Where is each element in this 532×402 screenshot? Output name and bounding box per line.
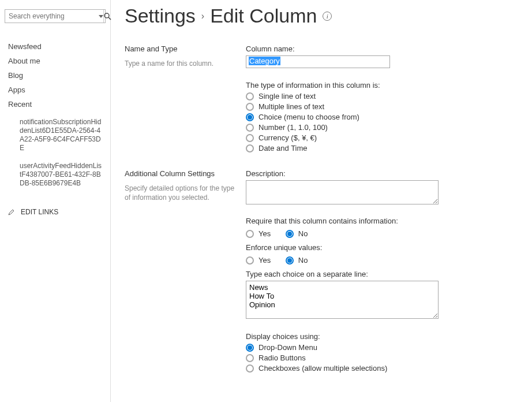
column-type-option[interactable]: Multiple lines of text xyxy=(246,102,511,111)
column-type-option-label: Date and Time xyxy=(258,144,308,152)
display-option[interactable]: Checkboxes (allow multiple selections) xyxy=(246,364,511,373)
radio-icon[interactable] xyxy=(246,124,254,132)
unique-no-radio[interactable] xyxy=(286,256,294,265)
search-icon xyxy=(104,13,111,20)
unique-yes-label: Yes xyxy=(258,256,271,265)
column-name-input[interactable]: Category xyxy=(246,55,390,68)
column-type-option-label: Choice (menu to choose from) xyxy=(258,113,359,121)
pencil-icon xyxy=(8,209,15,215)
unique-yes-radio[interactable] xyxy=(246,256,254,265)
require-radiogroup: Yes No xyxy=(246,228,511,240)
unique-label: Enforce unique values: xyxy=(246,243,511,252)
column-type-option[interactable]: Choice (menu to choose from) xyxy=(246,113,511,121)
nav-newsfeed[interactable]: Newsfeed xyxy=(5,39,106,54)
nav-blog[interactable]: Blog xyxy=(5,68,106,83)
search-scope-dropdown[interactable] xyxy=(99,10,103,23)
info-icon[interactable]: i xyxy=(323,12,332,21)
left-nav: Newsfeed About me Blog Apps Recent notif… xyxy=(0,0,111,402)
column-type-option-label: Single line of text xyxy=(258,92,316,100)
display-option[interactable]: Drop-Down Menu xyxy=(246,343,511,352)
display-option-label: Radio Buttons xyxy=(258,353,306,362)
section-subtext: Type a name for this column. xyxy=(125,59,237,68)
section-additional-settings: Additional Column Settings Specify detai… xyxy=(125,169,532,374)
radio-icon[interactable] xyxy=(246,144,254,152)
main-content: Settings › Edit Column i Name and Type T… xyxy=(111,0,532,402)
require-yes-radio[interactable] xyxy=(246,230,254,238)
search-input[interactable] xyxy=(5,10,99,23)
page-title: Edit Column xyxy=(210,5,317,27)
column-type-option[interactable]: Currency ($, ¥, €) xyxy=(246,133,511,142)
section-subtext: Specify detailed options for the type of… xyxy=(125,184,237,202)
column-name-value: Category xyxy=(249,57,280,65)
column-type-option[interactable]: Date and Time xyxy=(246,144,511,152)
chevron-right-icon: › xyxy=(201,11,204,21)
radio-icon[interactable] xyxy=(246,92,254,100)
radio-icon[interactable] xyxy=(246,134,254,142)
search-button[interactable] xyxy=(103,10,111,23)
column-type-intro: The type of information in this column i… xyxy=(246,81,511,90)
description-textarea[interactable] xyxy=(246,180,439,204)
display-choices-radiogroup: Drop-Down MenuRadio ButtonsCheckboxes (a… xyxy=(246,343,511,373)
nav-recent-item-1[interactable]: userActivityFeedHiddenListF4387007-BE61-… xyxy=(5,159,106,191)
column-type-option-label: Currency ($, ¥, €) xyxy=(258,133,317,142)
description-label: Description: xyxy=(246,169,511,178)
display-option-label: Drop-Down Menu xyxy=(258,343,317,352)
svg-point-0 xyxy=(104,13,109,18)
column-type-option[interactable]: Single line of text xyxy=(246,92,511,100)
require-label: Require that this column contains inform… xyxy=(246,217,511,225)
column-type-option-label: Number (1, 1.0, 100) xyxy=(258,123,328,132)
edit-links-label: EDIT LINKS xyxy=(21,208,58,216)
require-no-radio[interactable] xyxy=(286,230,294,238)
display-option-label: Checkboxes (allow multiple selections) xyxy=(258,364,387,373)
nav-recent-item-0[interactable]: notificationSubscriptionHiddenList6D1E55… xyxy=(5,115,106,155)
unique-no-label: No xyxy=(298,256,308,265)
column-name-label: Column name: xyxy=(246,44,511,53)
require-no-label: No xyxy=(298,229,308,238)
nav-apps[interactable]: Apps xyxy=(5,83,106,97)
radio-icon[interactable] xyxy=(246,364,254,373)
edit-links[interactable]: EDIT LINKS xyxy=(5,208,106,216)
require-yes-label: Yes xyxy=(258,229,271,238)
breadcrumb-root[interactable]: Settings xyxy=(125,5,196,27)
section-name-and-type: Name and Type Type a name for this colum… xyxy=(125,44,532,154)
display-choices-label: Display choices using: xyxy=(246,332,511,341)
section-heading: Additional Column Settings xyxy=(125,169,237,178)
search-box xyxy=(5,9,106,23)
column-type-option-label: Multiple lines of text xyxy=(258,102,324,111)
unique-radiogroup: Yes No xyxy=(246,254,511,266)
column-type-radiogroup: Single line of textMultiple lines of tex… xyxy=(246,92,511,152)
column-type-option[interactable]: Number (1, 1.0, 100) xyxy=(246,123,511,132)
nav-about-me[interactable]: About me xyxy=(5,54,106,68)
radio-icon[interactable] xyxy=(246,344,254,352)
nav-recent[interactable]: Recent xyxy=(5,97,106,111)
display-option[interactable]: Radio Buttons xyxy=(246,353,511,362)
radio-icon[interactable] xyxy=(246,103,254,111)
breadcrumb: Settings › Edit Column i xyxy=(125,5,532,27)
section-heading: Name and Type xyxy=(125,44,237,53)
svg-line-1 xyxy=(108,17,111,20)
choices-label: Type each choice on a separate line: xyxy=(246,270,511,278)
radio-icon[interactable] xyxy=(246,113,254,121)
choices-textarea[interactable] xyxy=(246,281,439,319)
radio-icon[interactable] xyxy=(246,354,254,362)
